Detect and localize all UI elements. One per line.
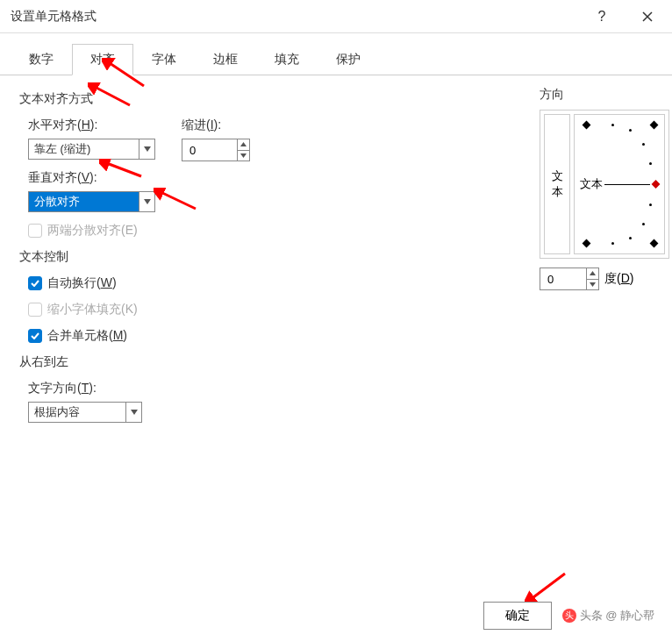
shrink-fit-checkbox <box>28 303 42 317</box>
indent-label: 缩进(I): <box>182 118 250 133</box>
check-icon <box>31 332 39 339</box>
orientation-vertical-button[interactable]: 文 本 <box>544 114 570 254</box>
spinner-up-button[interactable] <box>587 268 598 279</box>
rtl-section-label: 从右到左 <box>19 354 653 370</box>
close-button[interactable] <box>633 5 661 28</box>
orientation-panel: 方向 文 本 文本 <box>540 87 669 290</box>
orientation-dot-icon <box>642 143 645 146</box>
wrap-text-label: 自动换行(W) <box>47 275 117 291</box>
content-area: 文本对齐方式 水平对齐(H): 靠左 (缩进) 缩进(I): 0 <box>0 75 672 449</box>
orientation-tick-icon <box>650 121 659 130</box>
dialog-title: 设置单元格格式 <box>11 9 97 25</box>
check-icon <box>31 280 39 287</box>
orientation-group: 文 本 文本 <box>540 110 669 259</box>
degree-row: 0 度(D) <box>540 268 669 290</box>
orientation-dot-icon <box>649 162 652 165</box>
tab-fill[interactable]: 填充 <box>256 44 318 75</box>
tab-bar: 数字 对齐 字体 边框 填充 保护 <box>0 33 672 75</box>
merge-cells-checkbox[interactable] <box>28 329 42 343</box>
orientation-dot-icon <box>611 242 614 245</box>
help-button[interactable]: ? <box>588 5 616 28</box>
tab-protection[interactable]: 保护 <box>318 44 379 75</box>
merge-cells-option[interactable]: 合并单元格(M) <box>28 328 653 344</box>
tab-border[interactable]: 边框 <box>195 44 256 75</box>
orientation-dot-icon <box>629 129 632 132</box>
orientation-dot-icon <box>649 203 652 206</box>
chevron-down-icon <box>139 192 154 211</box>
merge-cells-label: 合并单元格(M) <box>47 328 127 344</box>
annotation-arrow-icon <box>154 188 197 212</box>
degree-value[interactable]: 0 <box>540 268 586 289</box>
justify-distributed-checkbox <box>28 224 42 238</box>
chevron-down-icon <box>125 403 141 422</box>
orientation-dot-icon <box>629 237 632 239</box>
degree-label: 度(D) <box>604 271 633 287</box>
spinner-down-button[interactable] <box>587 279 598 290</box>
orientation-dot-icon <box>611 124 614 126</box>
orientation-tick-icon <box>583 121 591 130</box>
text-direction-label: 文字方向(T): <box>28 381 653 396</box>
indent-value[interactable]: 0 <box>182 139 237 160</box>
orientation-line <box>604 184 650 185</box>
spinner-arrows <box>586 268 598 289</box>
chevron-down-icon <box>139 139 154 159</box>
orientation-section-label: 方向 <box>540 87 669 103</box>
v-align-value: 分散对齐 <box>29 192 139 211</box>
orientation-tick-icon <box>650 239 659 248</box>
v-align-select[interactable]: 分散对齐 <box>28 191 155 212</box>
h-align-label: 水平对齐(H): <box>28 118 155 133</box>
degree-spinner[interactable]: 0 <box>540 268 599 290</box>
annotation-arrow-icon <box>525 570 568 605</box>
annotation-arrow-icon <box>99 159 143 180</box>
orientation-dial-text: 文本 <box>580 176 603 192</box>
orientation-tick-icon <box>583 239 591 248</box>
footer: 确定 头 头条 @ 静心帮 <box>483 602 654 630</box>
indent-spinner[interactable]: 0 <box>182 139 250 161</box>
orientation-dial[interactable]: 文本 <box>574 114 665 254</box>
ok-button[interactable]: 确定 <box>483 602 552 630</box>
shrink-fit-option: 缩小字体填充(K) <box>28 302 653 317</box>
titlebar: 设置单元格格式 ? <box>0 0 672 33</box>
titlebar-controls: ? <box>588 5 661 28</box>
wrap-text-checkbox[interactable] <box>28 276 42 290</box>
orientation-dot-icon <box>642 223 645 225</box>
h-align-select[interactable]: 靠左 (缩进) <box>28 139 155 160</box>
text-direction-value: 根据内容 <box>29 403 125 422</box>
shrink-fit-label: 缩小字体填充(K) <box>47 302 138 317</box>
spinner-down-button[interactable] <box>238 150 249 161</box>
watermark-icon: 头 <box>562 609 576 623</box>
justify-distributed-label: 两端分散对齐(E) <box>47 223 138 239</box>
watermark-text: 头条 @ 静心帮 <box>580 608 654 624</box>
h-align-value: 靠左 (缩进) <box>29 139 139 159</box>
orientation-handle-icon[interactable] <box>652 180 661 189</box>
close-icon <box>642 11 653 22</box>
watermark: 头 头条 @ 静心帮 <box>562 608 654 624</box>
annotation-arrow-icon <box>88 82 132 109</box>
spinner-arrows <box>237 139 249 160</box>
text-direction-select[interactable]: 根据内容 <box>28 402 142 423</box>
tab-number[interactable]: 数字 <box>11 44 72 75</box>
spinner-up-button[interactable] <box>238 139 249 150</box>
